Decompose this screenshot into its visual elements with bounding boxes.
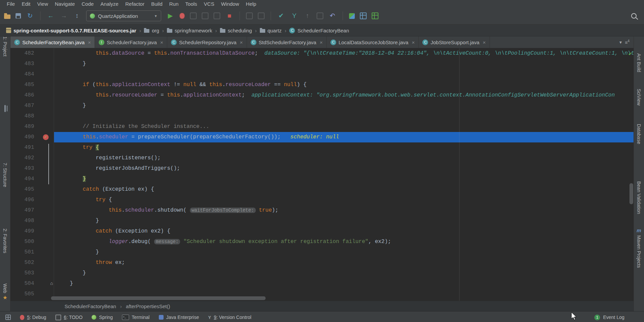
history-icon[interactable] [317, 12, 323, 19]
menu-vcs[interactable]: VCS [200, 1, 218, 7]
statusbar-todo[interactable]: 6: TODO [55, 315, 83, 320]
code-line[interactable]: 488 [10, 111, 634, 122]
menu-build[interactable]: Build [148, 1, 166, 7]
stop-icon[interactable]: ■ [225, 12, 233, 20]
restore-layout-icon[interactable] [246, 12, 253, 19]
gutter[interactable] [38, 59, 54, 69]
toolwindow-web[interactable]: Web [2, 284, 8, 293]
code-line[interactable]: 485 if (this.applicationContext != null … [10, 80, 634, 90]
breadcrumb-method[interactable]: afterPropertiesSet() [126, 303, 170, 309]
statusbar-version-control[interactable]: Y9: Version Control [208, 315, 251, 320]
code-line[interactable]: 491 try { [10, 142, 634, 153]
toolwindow-2-favorites[interactable]: 2: Favorites [2, 229, 8, 253]
project-tool-icon[interactable] [4, 106, 6, 112]
statusbar-debug[interactable]: 5: Debug [20, 315, 46, 320]
code-line[interactable]: 483 } [10, 59, 634, 69]
menu-run[interactable]: Run [166, 1, 182, 7]
gutter[interactable] [38, 122, 54, 132]
menu-refactor[interactable]: Refactor [122, 1, 148, 7]
breakpoint-verified-icon[interactable]: ✓ [43, 134, 49, 140]
gutter[interactable] [38, 205, 54, 216]
code-line[interactable]: 487 } [10, 101, 634, 111]
fold-marker-icon[interactable]: ⌂ [50, 278, 53, 289]
gutter[interactable] [38, 216, 54, 226]
gutter[interactable] [38, 90, 54, 101]
breadcrumb-item[interactable]: CSchedulerFactoryBean [288, 28, 350, 33]
breadcrumb-class[interactable]: SchedulerFactoryBean [65, 303, 116, 309]
horizontal-scrollbar[interactable] [51, 296, 266, 300]
statusbar-terminal[interactable]: >_Terminal [122, 315, 150, 320]
close-icon[interactable]: × [240, 39, 243, 45]
gutter[interactable] [38, 153, 54, 163]
search-everywhere-icon[interactable] [631, 13, 637, 19]
statusbar-spring[interactable]: Spring [92, 315, 113, 320]
gutter[interactable] [38, 111, 54, 122]
gutter[interactable] [38, 80, 54, 90]
close-icon[interactable]: × [320, 39, 323, 45]
tab-localdatasourcejobstore-java[interactable]: CLocalDataSourceJobStore.java× [327, 36, 419, 48]
run-configuration-select[interactable]: QuartzApplication ▼ [86, 10, 161, 21]
close-icon[interactable]: × [160, 39, 163, 45]
code-editor[interactable]: 482 this.dataSource = this.nonTransactio… [10, 48, 634, 301]
gutter[interactable] [38, 195, 54, 205]
toolwindow-7-structure[interactable]: 7: Structure [2, 163, 8, 187]
code-line[interactable]: 490✓ this.scheduler = prepareScheduler(p… [10, 132, 634, 142]
toolwindow-ant-build[interactable]: Ant Build [636, 53, 642, 72]
sort-lines-icon[interactable]: ↕ [73, 12, 81, 20]
menu-file[interactable]: File [3, 1, 18, 7]
export-icon[interactable] [258, 12, 265, 19]
tab-stdschedulerfactory-java[interactable]: CStdSchedulerFactory.java× [247, 36, 327, 48]
maven-icon[interactable]: m [637, 227, 641, 233]
code-line[interactable]: 497 this.scheduler.shutdown( waitForJobs… [10, 205, 634, 216]
breadcrumb-item[interactable]: org [143, 28, 160, 33]
vertical-scrollbar[interactable] [629, 183, 633, 204]
event-log-widget[interactable]: 1 Event Log [594, 315, 624, 320]
tab-jobstoresupport-java[interactable]: CJobStoreSupport.java× [419, 36, 490, 48]
close-icon[interactable]: × [88, 39, 91, 45]
menu-analyze[interactable]: Analyze [97, 1, 122, 7]
code-line[interactable]: 503 } [10, 268, 634, 278]
menu-tools[interactable]: Tools [182, 1, 200, 7]
menu-navigate[interactable]: Navigate [51, 1, 78, 7]
code-line[interactable]: 495 catch (Exception ex) { [10, 184, 634, 195]
undo-icon[interactable]: ↶ [328, 12, 337, 20]
multirun-icon[interactable] [214, 12, 220, 19]
toolwindow-switcher-icon[interactable] [5, 315, 11, 320]
gutter[interactable]: ⌂ [38, 278, 54, 289]
menu-help[interactable]: Help [243, 1, 260, 7]
code-line[interactable]: 482 this.dataSource = this.nonTransactio… [10, 48, 634, 59]
module-grid-icon[interactable] [372, 12, 378, 19]
toolwindow-database[interactable]: Database [636, 124, 642, 144]
gutter[interactable] [38, 268, 54, 278]
inspections-ok-icon[interactable]: ✔ [628, 49, 632, 59]
toolwindow-maven-projects[interactable]: Maven Projects [636, 235, 642, 268]
close-icon[interactable]: × [412, 39, 415, 45]
gutter[interactable] [38, 237, 54, 247]
menu-edit[interactable]: Edit [18, 1, 34, 7]
save-all-icon[interactable] [16, 13, 21, 19]
tab-schedulerfactorybean-java[interactable]: CSchedulerFactoryBean.java× [10, 36, 95, 48]
code-line[interactable]: 486 this.resourceLoader = this.applicati… [10, 90, 634, 101]
code-line[interactable]: 496 try { [10, 195, 634, 205]
code-line[interactable]: 492 registerListeners(); [10, 153, 634, 163]
gutter[interactable] [38, 48, 54, 59]
profiler-icon[interactable] [202, 12, 208, 19]
menu-code[interactable]: Code [78, 1, 97, 7]
close-icon[interactable]: × [483, 39, 486, 45]
run-icon[interactable]: ▶ [166, 12, 174, 20]
gutter[interactable]: ✓ [38, 132, 54, 142]
tab-schedulerfactory-java[interactable]: ISchedulerFactory.java× [95, 36, 167, 48]
gutter[interactable] [38, 69, 54, 80]
run-targets-icon[interactable] [349, 13, 355, 19]
menu-view[interactable]: View [34, 1, 51, 7]
statusbar-java-enterprise[interactable]: Java Enterprise [159, 315, 199, 320]
code-line[interactable]: 493 registerJobsAndTriggers(); [10, 163, 634, 174]
gutter[interactable] [38, 101, 54, 111]
push-icon[interactable]: ↑ [303, 12, 312, 20]
code-line[interactable]: 499 catch (Exception ex2) { [10, 226, 634, 237]
chevron-down-icon[interactable]: ▾ [619, 39, 622, 45]
hidden-tabs-count[interactable]: ≡4 [625, 39, 629, 45]
code-line[interactable]: 484 [10, 69, 634, 80]
back-icon[interactable]: ← [47, 12, 55, 20]
breadcrumb-item[interactable]: spring-context-support-5.0.7.RELEASE-sou… [5, 28, 138, 33]
